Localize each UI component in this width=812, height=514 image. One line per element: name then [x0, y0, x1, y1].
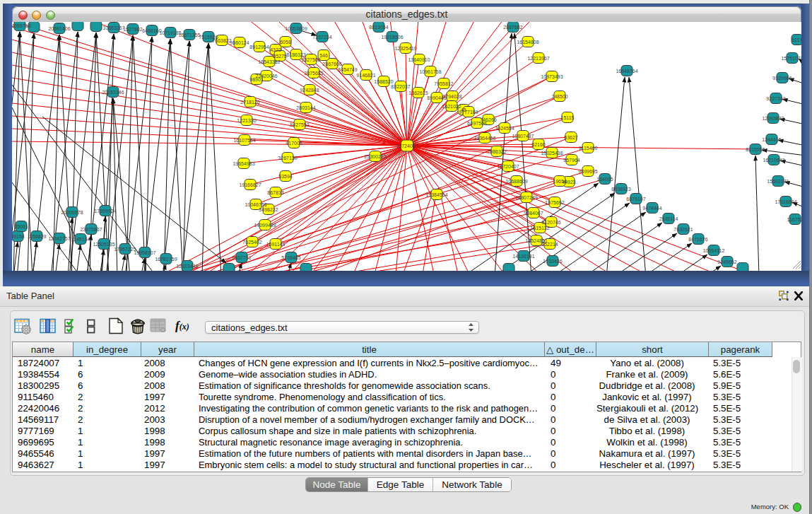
svg-text:10807487: 10807487	[512, 134, 534, 139]
svg-text:1221330: 1221330	[237, 118, 256, 123]
svg-text:9899695: 9899695	[578, 169, 597, 174]
svg-text:20206578: 20206578	[61, 210, 83, 215]
svg-text:12505135: 12505135	[93, 242, 114, 247]
svg-text:1691144: 1691144	[266, 242, 286, 247]
svg-text:9245652: 9245652	[717, 259, 736, 264]
svg-text:19384554: 19384554	[425, 192, 447, 197]
svg-text:35061: 35061	[14, 224, 28, 229]
svg-text:14055713: 14055713	[12, 23, 31, 28]
svg-text:8813054: 8813054	[369, 25, 388, 30]
svg-text:6794028: 6794028	[442, 94, 461, 99]
svg-text:10053809: 10053809	[285, 26, 307, 31]
svg-text:10961758: 10961758	[419, 69, 441, 74]
svg-text:1621022: 1621022	[442, 104, 461, 109]
svg-text:1244415: 1244415	[762, 137, 781, 142]
svg-text:2803144: 2803144	[296, 105, 315, 110]
svg-text:98901: 98901	[249, 77, 264, 82]
svg-text:1145194: 1145194	[71, 237, 90, 242]
svg-text:17016504: 17016504	[775, 199, 796, 204]
svg-text:10688609: 10688609	[505, 179, 527, 184]
svg-text:5716485: 5716485	[281, 255, 300, 260]
svg-text:1527602: 1527602	[123, 27, 142, 32]
svg-text:15692971: 15692971	[767, 179, 789, 184]
svg-text:12093872: 12093872	[762, 116, 784, 121]
svg-text:8322037: 8322037	[391, 84, 410, 89]
svg-text:9657791: 9657791	[232, 255, 251, 260]
svg-text:1117: 1117	[792, 37, 801, 42]
svg-text:53627: 53627	[564, 135, 578, 140]
svg-text:7986322: 7986322	[487, 149, 506, 154]
svg-text:9115460: 9115460	[579, 146, 598, 151]
svg-text:23975867: 23975867	[80, 227, 102, 232]
svg-text:19654: 19654	[553, 179, 567, 184]
svg-text:62160: 62160	[531, 142, 546, 147]
svg-text:957964: 957964	[563, 158, 579, 163]
svg-text:1615132: 1615132	[530, 226, 549, 230]
svg-text:14099489: 14099489	[254, 223, 276, 228]
svg-text:20153346: 20153346	[102, 90, 124, 95]
svg-text:867833: 867833	[267, 190, 283, 195]
svg-text:6058: 6058	[280, 40, 291, 45]
svg-text:14136141: 14136141	[512, 254, 534, 259]
svg-text:9146821: 9146821	[356, 73, 375, 78]
svg-text:546: 546	[319, 53, 328, 58]
svg-text:16543382: 16543382	[258, 59, 280, 64]
svg-text:3875685: 3875685	[304, 71, 323, 76]
svg-text:25300283: 25300283	[364, 154, 386, 159]
svg-text:3624554: 3624554	[495, 126, 514, 131]
svg-text:9227342: 9227342	[766, 96, 785, 101]
svg-text:252214: 252214	[541, 242, 558, 247]
svg-text:9329966: 9329966	[772, 76, 792, 81]
svg-text:20691406: 20691406	[48, 26, 70, 31]
svg-text:7357234: 7357234	[312, 35, 331, 40]
svg-text:2867608: 2867608	[322, 62, 341, 66]
svg-text:18807249: 18807249	[515, 195, 537, 200]
svg-text:13640910: 13640910	[408, 57, 430, 62]
svg-text:10653267: 10653267	[102, 25, 124, 30]
svg-text:116753: 116753	[787, 217, 801, 222]
svg-text:35275: 35275	[273, 54, 287, 59]
svg-text:10025438: 10025438	[541, 151, 563, 156]
svg-text:21364456: 21364456	[473, 136, 495, 141]
svg-text:16154808: 16154808	[517, 40, 539, 45]
svg-text:8186323: 8186323	[286, 52, 305, 57]
svg-text:15751074: 15751074	[781, 56, 801, 61]
svg-text:7663822: 7663822	[212, 38, 231, 43]
svg-text:3267130: 3267130	[278, 156, 297, 160]
svg-text:15115: 15115	[561, 115, 575, 120]
svg-text:6497568: 6497568	[467, 121, 486, 126]
svg-text:9084067: 9084067	[524, 211, 543, 216]
svg-text:1362615: 1362615	[408, 90, 428, 95]
svg-text:1733426: 1733426	[543, 259, 562, 264]
svg-text:748500: 748500	[551, 94, 567, 99]
svg-text:2887682: 2887682	[503, 25, 522, 30]
svg-text:9474444: 9474444	[642, 206, 661, 211]
svg-text:7632621: 7632621	[673, 227, 693, 232]
svg-text:9327508: 9327508	[301, 57, 320, 62]
svg-text:39154: 39154	[12, 234, 25, 239]
svg-text:12923448: 12923448	[176, 264, 198, 269]
svg-text:8912954: 8912954	[249, 45, 269, 49]
svg-text:2935114: 2935114	[659, 216, 678, 221]
svg-text:1156829: 1156829	[28, 234, 47, 239]
svg-text:15720407: 15720407	[497, 164, 519, 169]
svg-text:164095: 164095	[596, 177, 613, 182]
svg-text:17957225: 17957225	[114, 247, 136, 252]
svg-text:16107554: 16107554	[233, 138, 255, 143]
svg-text:12213967: 12213967	[527, 56, 549, 61]
svg-text:1588520: 1588520	[374, 79, 393, 84]
svg-text:6879197: 6879197	[626, 197, 645, 201]
svg-text:16210643: 16210643	[763, 158, 784, 163]
svg-text:10046758: 10046758	[245, 202, 266, 207]
svg-text:4322: 4322	[270, 47, 281, 52]
svg-text:8471676: 8471676	[688, 237, 707, 242]
svg-text:16671355: 16671355	[178, 33, 200, 37]
svg-text:16782759: 16782759	[155, 257, 177, 262]
svg-text:9242848: 9242848	[300, 88, 319, 93]
svg-text:19654983: 19654983	[233, 161, 254, 166]
svg-text:16648764: 16648764	[616, 69, 637, 74]
svg-text:7625402: 7625402	[242, 240, 261, 245]
svg-text:8427552: 8427552	[290, 122, 309, 127]
svg-text:12342757: 12342757	[48, 236, 70, 241]
svg-text:8454749: 8454749	[338, 67, 357, 72]
